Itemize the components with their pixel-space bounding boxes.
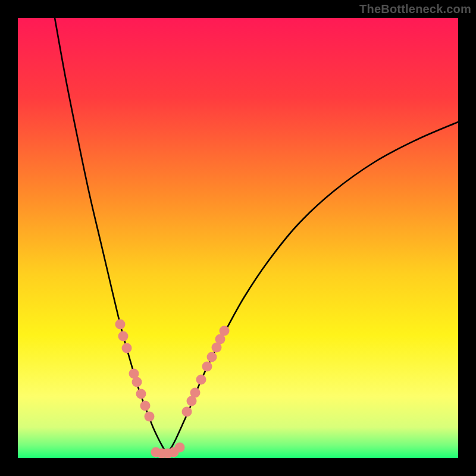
marker-dot — [136, 389, 146, 399]
marker-dot — [196, 375, 206, 385]
marker-dot — [182, 407, 192, 417]
marker-dot — [207, 352, 217, 362]
marker-dot — [175, 443, 185, 453]
chart-frame: TheBottleneck.com — [0, 0, 476, 476]
marker-dot — [220, 326, 230, 336]
marker-dot — [122, 343, 132, 353]
chart-plot-area — [18, 18, 458, 458]
chart-svg — [18, 18, 458, 458]
marker-dot — [140, 401, 151, 411]
marker-dot — [115, 320, 126, 330]
watermark-text: TheBottleneck.com — [359, 2, 471, 16]
marker-dot — [145, 412, 155, 422]
marker-dot — [202, 362, 212, 372]
chart-background-gradient — [18, 18, 458, 458]
marker-dot — [190, 388, 201, 398]
marker-dot — [132, 377, 142, 387]
marker-dot — [118, 331, 129, 342]
